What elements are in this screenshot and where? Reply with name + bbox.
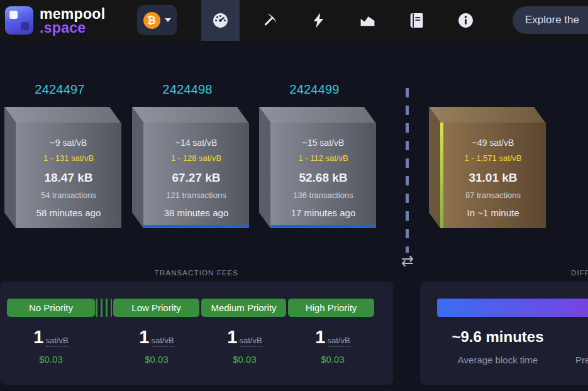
- fee-rate: 1sat/vB: [295, 327, 370, 348]
- bitcoin-icon: ₿: [143, 12, 160, 29]
- block-size: 52.68 kB: [299, 171, 347, 185]
- block-eta: In ~1 minute: [467, 207, 519, 218]
- fee-unit: sat/vB: [152, 336, 174, 347]
- fee-usd: $0.03: [13, 354, 89, 365]
- confirmed-block[interactable]: ~9 sat/vB 1 - 131 sat/vB 18.47 kB 54 tra…: [4, 107, 121, 228]
- tab-docs[interactable]: [397, 0, 436, 41]
- block-time: 58 minutes ago: [36, 207, 101, 218]
- block-fee-range: 1 - 128 sat/vB: [171, 153, 221, 163]
- lightning-bolt-icon: [310, 12, 327, 29]
- swap-arrows-icon: ⇄: [397, 253, 418, 268]
- block-fee-range: 1 - 1,571 sat/vB: [464, 153, 521, 163]
- block-height-link[interactable]: 2424497: [16, 82, 104, 97]
- average-block-time-label: Average block time: [420, 355, 575, 365]
- transaction-fees-card: No Priority Low Priority Medium Priority…: [0, 282, 393, 385]
- previous-retarget-label: Pre: [575, 355, 588, 365]
- chain-divider: [406, 88, 409, 253]
- block-time: 17 minutes ago: [291, 207, 356, 218]
- fee-usd: $0.03: [207, 354, 282, 365]
- fee-unit: sat/vB: [46, 336, 69, 347]
- block-median-fee: ~15 sat/vB: [302, 138, 345, 148]
- block-tx-count: 121 transactions: [166, 190, 226, 200]
- pickaxe-icon: [261, 12, 278, 29]
- fee-estimate: 1sat/vB $0.03: [207, 327, 282, 365]
- fee-unit: sat/vB: [240, 336, 262, 347]
- fee-rate: 1sat/vB: [207, 327, 282, 348]
- block-fee-range: 1 - 131 sat/vB: [43, 153, 94, 163]
- fee-rate: 1sat/vB: [13, 327, 89, 348]
- difficulty-progress-bar: [437, 299, 588, 317]
- block-median-fee: ~9 sat/vB: [50, 138, 87, 148]
- fee-divider-stripes: [96, 299, 112, 317]
- dashboard-gauge-icon: [212, 12, 229, 29]
- fee-rate: 1sat/vB: [119, 327, 194, 348]
- fee-estimate: 1sat/vB $0.03: [295, 327, 370, 365]
- fee-usd: $0.03: [119, 354, 194, 365]
- fee-usd: $0.03: [295, 354, 370, 365]
- block-tx-count: 136 transactions: [293, 190, 353, 200]
- chevron-down-icon: [165, 18, 171, 22]
- block-front-face: ~9 sat/vB 1 - 131 sat/vB 18.47 kB 54 tra…: [16, 123, 121, 228]
- confirmed-block[interactable]: ~15 sat/vB 1 - 112 sat/vB 52.68 kB 136 t…: [259, 107, 376, 228]
- block-front-face: ~14 sat/vB 1 - 128 sat/vB 67.27 kB 121 t…: [143, 123, 249, 228]
- block-height-link[interactable]: 2424498: [143, 82, 231, 97]
- block-tx-count: 87 transactions: [465, 190, 521, 200]
- tab-dashboard[interactable]: [201, 0, 240, 41]
- difficulty-title: DIFF: [571, 269, 588, 277]
- block-median-fee: ~14 sat/vB: [175, 138, 218, 148]
- block-tx-count: 54 transactions: [41, 190, 96, 200]
- book-icon: [408, 12, 425, 29]
- fee-estimate: 1sat/vB $0.03: [13, 327, 89, 365]
- fee-priority-badge: High Priority: [288, 299, 374, 317]
- nav-tabs: [201, 0, 496, 41]
- blockchain-dashboard: 2424497 2424498 2424499 ~9 sat/vB 1 - 13…: [0, 41, 588, 391]
- tab-about[interactable]: [447, 0, 485, 41]
- block-progress-bar: [270, 225, 376, 228]
- average-block-time-value: ~9.6 minutes: [420, 328, 575, 346]
- search-input[interactable]: [513, 6, 588, 34]
- area-chart-icon: [359, 12, 376, 29]
- block-front-face: ~15 sat/vB 1 - 112 sat/vB 52.68 kB 136 t…: [270, 123, 376, 228]
- tab-graphs[interactable]: [348, 0, 387, 41]
- block-progress-bar: [143, 225, 249, 228]
- logo-text: mempool .space: [40, 7, 105, 35]
- logo-text-mempool: mempool: [40, 7, 105, 21]
- tab-lightning[interactable]: [299, 0, 338, 41]
- confirmed-block[interactable]: ~14 sat/vB 1 - 128 sat/vB 67.27 kB 121 t…: [132, 107, 249, 228]
- network-selector-dropdown[interactable]: ₿: [137, 5, 177, 35]
- difficulty-adjustment-card: ~9.6 minutes Average block time Pre: [420, 282, 588, 385]
- block-size: 18.47 kB: [44, 171, 92, 185]
- fee-priority-badge: No Priority: [7, 299, 95, 317]
- fee-priority-badge: Low Priority: [113, 299, 199, 317]
- fee-unit: sat/vB: [328, 336, 350, 347]
- block-fee-range: 1 - 112 sat/vB: [298, 153, 348, 163]
- block-height-link[interactable]: 2424499: [270, 82, 358, 97]
- logo-text-space: .space: [40, 21, 105, 35]
- transaction-fees-title: TRANSACTION FEES: [0, 269, 393, 277]
- tab-mining[interactable]: [250, 0, 289, 41]
- block-time: 38 minutes ago: [164, 207, 229, 218]
- fee-priority-badge: Medium Priority: [201, 299, 286, 317]
- block-median-fee: ~49 sat/vB: [472, 138, 514, 148]
- block-size: 67.27 kB: [172, 171, 220, 185]
- fee-estimate: 1sat/vB $0.03: [119, 327, 194, 365]
- pending-block[interactable]: ~49 sat/vB 1 - 1,571 sat/vB 31.01 kB 87 …: [429, 107, 546, 228]
- logo[interactable]: mempool .space: [5, 6, 105, 35]
- block-front-face: ~49 sat/vB 1 - 1,571 sat/vB 31.01 kB 87 …: [440, 123, 546, 228]
- mempool-logo-icon: [5, 6, 33, 35]
- info-icon: [457, 12, 474, 29]
- navbar: mempool .space ₿: [0, 0, 588, 41]
- block-size: 31.01 kB: [469, 171, 517, 185]
